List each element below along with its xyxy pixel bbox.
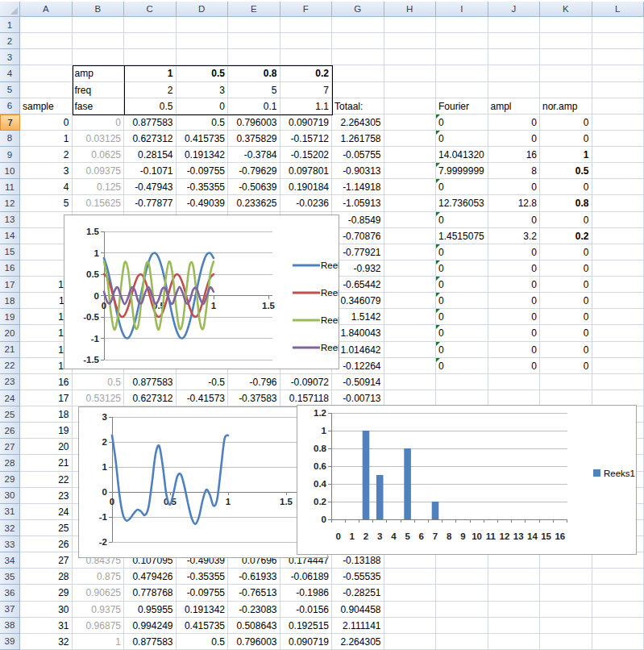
cell-C2[interactable]: [124, 33, 177, 49]
cell-A37[interactable]: 30: [20, 602, 73, 618]
cell-D24[interactable]: -0.41573: [177, 390, 229, 406]
cell-L22[interactable]: [592, 358, 644, 374]
cell-K13[interactable]: 0: [540, 212, 592, 228]
cell-I11[interactable]: 0: [436, 179, 488, 195]
row-header-32[interactable]: 32: [0, 520, 20, 536]
cell-D8[interactable]: 0.415735: [177, 131, 229, 147]
cell-A6[interactable]: sample: [20, 98, 73, 115]
cell-I10[interactable]: 7.9999999: [436, 163, 488, 179]
cell-H11[interactable]: [384, 179, 437, 195]
cell-F39[interactable]: 0.090719: [280, 634, 333, 650]
cell-D4[interactable]: 0.5: [177, 65, 229, 81]
cell-K37[interactable]: [540, 602, 592, 618]
cell-B10[interactable]: 0.09375: [73, 163, 125, 179]
cell-L39[interactable]: [592, 634, 644, 650]
cell-I23[interactable]: [436, 374, 488, 390]
cell-G4[interactable]: [332, 65, 384, 81]
cell-G14[interactable]: -0.70876: [332, 228, 384, 244]
cell-A35[interactable]: 28: [20, 569, 73, 585]
cell-H5[interactable]: [384, 82, 437, 98]
cell-D12[interactable]: -0.49039: [177, 195, 229, 211]
cell-J2[interactable]: [488, 33, 541, 49]
row-header-36[interactable]: 36: [0, 585, 20, 601]
cell-L13[interactable]: [592, 212, 644, 228]
cell-D35[interactable]: -0.35355: [177, 569, 229, 585]
cell-L37[interactable]: [592, 602, 644, 618]
cell-F23[interactable]: -0.09072: [280, 374, 333, 390]
cell-J15[interactable]: 0: [488, 244, 541, 260]
cell-E35[interactable]: -0.61933: [228, 569, 280, 585]
cell-F12[interactable]: -0.0236: [280, 195, 333, 211]
cell-F36[interactable]: -0.1986: [280, 585, 333, 601]
cell-H14[interactable]: [384, 228, 437, 244]
cell-L23[interactable]: [592, 374, 644, 390]
cell-I19[interactable]: 0: [436, 309, 488, 325]
cell-A32[interactable]: 25: [20, 520, 73, 536]
cell-C35[interactable]: 0.479426: [124, 569, 177, 585]
cell-K17[interactable]: 0: [540, 277, 592, 293]
row-header-1[interactable]: 1: [0, 17, 20, 33]
row-header-4[interactable]: 4: [0, 65, 20, 81]
cell-A2[interactable]: [20, 33, 73, 49]
cell-J21[interactable]: 0: [488, 342, 541, 358]
cell-F4[interactable]: 0.2: [280, 65, 333, 81]
row-header-26[interactable]: 26: [0, 423, 20, 439]
row-header-39[interactable]: 39: [0, 634, 20, 650]
cell-L15[interactable]: [592, 244, 644, 260]
cell-A23[interactable]: 16: [20, 374, 73, 390]
cell-A30[interactable]: 23: [20, 488, 73, 504]
column-header-B[interactable]: B: [73, 2, 125, 17]
cell-E6[interactable]: 0.1: [228, 98, 280, 115]
cell-B24[interactable]: 0.53125: [73, 390, 125, 406]
column-header-A[interactable]: A: [20, 2, 73, 17]
cell-A24[interactable]: 17: [20, 390, 73, 406]
cell-G12[interactable]: -1.05913: [332, 195, 384, 211]
cell-D10[interactable]: -0.09755: [177, 163, 229, 179]
cell-G1[interactable]: [332, 17, 384, 33]
cell-I4[interactable]: [436, 65, 488, 81]
cell-C38[interactable]: 0.994249: [124, 618, 177, 634]
cell-D11[interactable]: -0.35355: [177, 179, 229, 195]
cell-I37[interactable]: [436, 602, 488, 618]
column-header-H[interactable]: H: [384, 2, 437, 17]
cell-J16[interactable]: 0: [488, 260, 541, 277]
cell-D38[interactable]: 0.415735: [177, 618, 229, 634]
cell-E7[interactable]: 0.796003: [228, 115, 280, 131]
cell-G37[interactable]: 0.904458: [332, 602, 384, 618]
cell-H1[interactable]: [384, 17, 437, 33]
cell-K8[interactable]: 0: [540, 131, 592, 147]
cell-G8[interactable]: 1.261758: [332, 131, 384, 147]
cell-H12[interactable]: [384, 195, 437, 211]
column-header-D[interactable]: D: [177, 2, 229, 17]
cell-G18[interactable]: 0.346079: [332, 293, 384, 309]
cell-L3[interactable]: [592, 49, 644, 65]
cell-F11[interactable]: 0.190184: [280, 179, 333, 195]
cell-E10[interactable]: -0.79629: [228, 163, 280, 179]
cell-I21[interactable]: 0: [436, 342, 488, 358]
cell-I20[interactable]: 0: [436, 325, 488, 341]
cell-G9[interactable]: -0.05755: [332, 147, 384, 163]
cell-E9[interactable]: -0.3784: [228, 147, 280, 163]
cell-I18[interactable]: 0: [436, 293, 488, 309]
cell-B6[interactable]: fase: [73, 98, 125, 115]
cell-E39[interactable]: 0.796003: [228, 634, 280, 650]
cell-B9[interactable]: 0.0625: [73, 147, 125, 163]
cell-G39[interactable]: 2.264305: [332, 634, 384, 650]
cell-I13[interactable]: 0: [436, 212, 488, 228]
cell-C36[interactable]: 0.778768: [124, 585, 177, 601]
cell-H17[interactable]: [384, 277, 437, 293]
cell-A11[interactable]: 4: [20, 179, 73, 195]
cell-B35[interactable]: 0.875: [73, 569, 125, 585]
cell-E24[interactable]: -0.37583: [228, 390, 280, 406]
cell-G7[interactable]: 2.264305: [332, 115, 384, 131]
cell-L19[interactable]: [592, 309, 644, 325]
cell-E12[interactable]: 0.233625: [228, 195, 280, 211]
cell-C12[interactable]: -0.77877: [124, 195, 177, 211]
cell-K5[interactable]: [540, 82, 592, 98]
cell-B39[interactable]: 1: [73, 634, 125, 650]
cell-G5[interactable]: [332, 82, 384, 98]
cell-H6[interactable]: [384, 98, 437, 115]
cell-G36[interactable]: -0.28251: [332, 585, 384, 601]
cell-L38[interactable]: [592, 618, 644, 634]
row-header-14[interactable]: 14: [0, 228, 20, 244]
